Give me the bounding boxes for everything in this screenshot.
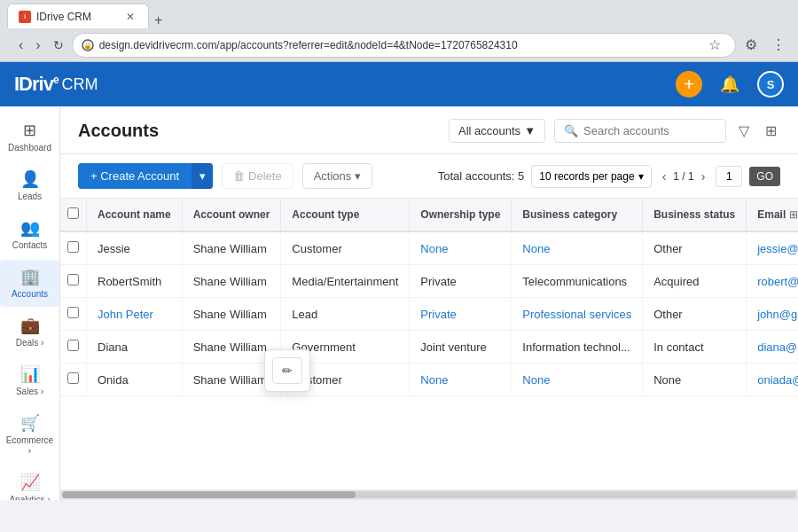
col-email: Email ⊞ (747, 199, 798, 231)
row-checkbox[interactable] (67, 241, 79, 253)
actions-dropdown[interactable]: Actions ▾ (302, 163, 373, 189)
col-business-category: Business category (512, 199, 643, 231)
refresh-button[interactable]: ↻ (49, 36, 68, 54)
create-account-button[interactable]: + Create Account ▾ (78, 163, 213, 189)
toolbar: + Create Account ▾ 🗑 Delete Actions ▾ To… (60, 154, 798, 199)
new-tab-button[interactable]: + (149, 12, 168, 28)
select-all-checkbox[interactable] (67, 207, 79, 219)
cell-email[interactable]: diana@gmail.com (747, 331, 798, 364)
page-of-label: 1 / 1 (673, 170, 693, 183)
lock-icon: 🔒 (82, 39, 94, 51)
back-button[interactable]: ‹ (14, 35, 27, 55)
sidebar-item-dashboard[interactable]: ⊞ Dashboard (0, 113, 59, 160)
page-navigation: ‹ 1 / 1 › (659, 168, 709, 185)
row-checkbox-cell (60, 364, 87, 396)
table-row: Jessie Shane William Customer None None … (60, 231, 798, 265)
avatar[interactable]: S (757, 71, 784, 98)
row-checkbox[interactable] (67, 340, 79, 351)
records-per-page-dropdown[interactable]: 10 records per page ▾ (531, 165, 651, 188)
url-text: design.devidrivecrm.com/app/accounts?ref… (99, 39, 698, 51)
create-account-arrow[interactable]: ▾ (192, 163, 213, 189)
cell-business-status: None (643, 364, 747, 396)
row-checkbox[interactable] (67, 307, 79, 318)
logo-text: IDrive (14, 73, 59, 96)
row-checkbox-cell (60, 231, 87, 265)
menu-button[interactable]: ⋮ (766, 35, 791, 55)
bookmark-button[interactable]: ☆ (703, 35, 726, 55)
cell-account-name: Onida (87, 364, 183, 396)
all-accounts-dropdown[interactable]: All accounts ▼ (449, 119, 545, 143)
cell-business-status: Other (643, 298, 747, 331)
tab-close-button[interactable]: ✕ (123, 10, 137, 24)
sidebar: ⊞ Dashboard 👤 Leads 👥 Contacts 🏢 Account… (0, 106, 60, 500)
edit-popup: ✏ (264, 349, 310, 392)
content-area: Accounts All accounts ▼ 🔍 ▽ ⊞ (60, 106, 798, 500)
page-header: Accounts All accounts ▼ 🔍 ▽ ⊞ (60, 106, 798, 154)
row-checkbox-cell (60, 298, 87, 331)
cell-account-owner: Shane William (182, 231, 281, 265)
deals-icon: 💼 (20, 316, 40, 335)
cell-ownership-type[interactable]: None (410, 231, 512, 265)
sidebar-item-contacts[interactable]: 👥 Contacts (0, 211, 59, 258)
sidebar-item-sales[interactable]: 📊 Sales › (0, 357, 59, 404)
add-button[interactable]: + (676, 71, 702, 98)
cell-account-name: Diana (87, 331, 183, 364)
horizontal-scrollbar[interactable] (60, 489, 798, 500)
sidebar-item-accounts[interactable]: 🏢 Accounts (0, 260, 59, 307)
cell-business-category: Telecommunications (512, 265, 643, 298)
cell-business-category[interactable]: None (512, 231, 643, 265)
svg-text:🔒: 🔒 (83, 41, 92, 50)
cell-email[interactable]: john@gmail.com (747, 298, 798, 331)
cell-account-name[interactable]: John Peter (87, 298, 183, 331)
col-account-owner: Account owner (182, 199, 281, 231)
cell-business-status: Acquired (643, 265, 747, 298)
columns-visibility-button[interactable]: ⊞ (789, 208, 798, 221)
sidebar-item-deals[interactable]: 💼 Deals › (0, 309, 59, 356)
scroll-thumb[interactable] (62, 491, 356, 498)
page-title-row: Accounts All accounts ▼ 🔍 ▽ ⊞ (78, 119, 780, 143)
table-header-row: Account name Account owner Account type … (60, 199, 798, 231)
sales-icon: 📊 (20, 364, 40, 384)
cell-account-owner: Shane William (182, 298, 281, 331)
cell-email[interactable]: robert@gmail.com (747, 265, 798, 298)
col-account-name: Account name (87, 199, 183, 231)
page-number-input[interactable] (716, 166, 742, 187)
prev-page-button[interactable]: ‹ (659, 168, 670, 185)
columns-button[interactable]: ⊞ (762, 119, 780, 143)
cell-business-category[interactable]: None (512, 364, 643, 396)
cell-account-name: RobertSmith (87, 265, 183, 298)
notification-button[interactable]: 🔔 (713, 71, 747, 98)
extensions-button[interactable]: ⚙ (739, 35, 763, 55)
records-chevron-icon: ▾ (638, 170, 644, 183)
search-input[interactable] (583, 124, 716, 137)
logo-crm: CRM (62, 75, 98, 94)
cell-business-category[interactable]: Professional services (512, 298, 643, 331)
row-checkbox[interactable] (67, 372, 79, 384)
contacts-icon: 👥 (20, 218, 40, 238)
sidebar-item-analytics[interactable]: 📈 Analytics › (0, 466, 59, 500)
forward-button[interactable]: › (31, 35, 44, 55)
filter-button[interactable]: ▽ (735, 119, 753, 143)
app-header: IDrive CRM + 🔔 S (0, 62, 798, 106)
sidebar-label-ecommerce: Ecommerce › (5, 435, 54, 457)
sidebar-item-leads[interactable]: 👤 Leads (0, 162, 59, 209)
pagination-info: Total accounts: 5 10 records per page ▾ … (438, 165, 780, 188)
cell-email[interactable]: oniada@gmail.com (747, 364, 798, 396)
browser-tab[interactable]: i IDrive CRM ✕ (7, 4, 149, 28)
sidebar-item-ecommerce[interactable]: 🛒 Ecommerce › (0, 406, 59, 464)
accounts-icon: 🏢 (20, 267, 40, 286)
create-account-main[interactable]: + Create Account (78, 163, 192, 189)
cell-ownership-type[interactable]: None (410, 364, 512, 396)
row-checkbox[interactable] (67, 274, 79, 286)
cell-email[interactable]: jessie@gmail.com (747, 231, 798, 265)
cell-ownership-type: Private (410, 265, 512, 298)
address-bar[interactable]: 🔒 design.devidrivecrm.com/app/accounts?r… (72, 33, 736, 58)
delete-button[interactable]: 🗑 Delete (222, 163, 293, 189)
inline-edit-button[interactable]: ✏ (272, 357, 302, 384)
cell-business-category: Information technol... (512, 331, 643, 364)
next-page-button[interactable]: › (698, 168, 709, 185)
table-row: Diana Shane William Government Joint ven… (60, 331, 798, 364)
cell-ownership-type[interactable]: Private (410, 298, 512, 331)
go-button[interactable]: GO (749, 167, 780, 186)
chevron-down-icon: ▼ (524, 124, 536, 137)
